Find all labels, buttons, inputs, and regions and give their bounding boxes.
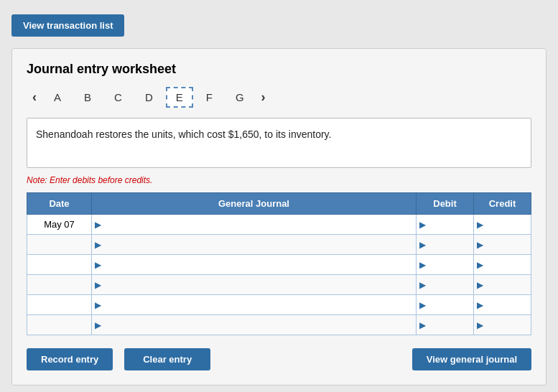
tab-F[interactable]: F (196, 87, 223, 108)
date-cell-5 (27, 295, 92, 315)
table-row: May 07 ▶ ▶ ▶ (27, 215, 531, 235)
debit-cell-1[interactable]: ▶ (417, 215, 474, 235)
credit-input-4[interactable] (474, 275, 531, 294)
debit-cell-2[interactable]: ▶ (417, 235, 474, 255)
debit-input-2[interactable] (417, 235, 473, 254)
date-cell-4 (27, 275, 92, 295)
journal-cell-5[interactable]: ▶ (92, 295, 417, 315)
journal-cell-1[interactable]: ▶ (92, 215, 417, 235)
tab-G[interactable]: G (225, 87, 254, 108)
debit-input-4[interactable] (417, 275, 473, 294)
table-row: ▶ ▶ ▶ (27, 315, 531, 335)
view-general-journal-button[interactable]: View general journal (412, 348, 531, 370)
tab-D[interactable]: D (135, 87, 163, 108)
date-cell-2 (27, 235, 92, 255)
credit-cell-5[interactable]: ▶ (474, 295, 531, 315)
credit-input-6[interactable] (474, 315, 531, 335)
clear-entry-button[interactable]: Clear entry (124, 348, 210, 370)
table-row: ▶ ▶ ▶ (27, 275, 531, 295)
header-debit: Debit (417, 193, 474, 215)
journal-cell-3[interactable]: ▶ (92, 255, 417, 275)
table-row: ▶ ▶ ▶ (27, 235, 531, 255)
credit-input-3[interactable] (474, 255, 531, 274)
view-transaction-button[interactable]: View transaction list (11, 14, 124, 37)
tab-C[interactable]: C (104, 87, 132, 108)
tab-E[interactable]: E (166, 87, 193, 108)
credit-input-2[interactable] (474, 235, 531, 254)
worksheet-container: Journal entry worksheet ‹ A B C D E F G … (11, 48, 547, 386)
debit-cell-6[interactable]: ▶ (417, 315, 474, 335)
debit-input-5[interactable] (417, 295, 473, 314)
debit-cell-5[interactable]: ▶ (417, 295, 474, 315)
date-cell-1: May 07 (27, 215, 92, 235)
debit-input-6[interactable] (417, 315, 473, 335)
note-text: Note: Enter debits before credits. (27, 175, 531, 185)
date-cell-6 (27, 315, 92, 335)
journal-cell-6[interactable]: ▶ (92, 315, 417, 335)
credit-cell-3[interactable]: ▶ (474, 255, 531, 275)
credit-cell-2[interactable]: ▶ (474, 235, 531, 255)
prev-tab-arrow[interactable]: ‹ (27, 88, 42, 106)
description-box: Shenandoah restores the units, which cos… (27, 118, 531, 168)
record-entry-button[interactable]: Record entry (27, 348, 113, 370)
journal-input-5[interactable] (92, 295, 416, 314)
journal-input-1[interactable] (92, 215, 416, 234)
journal-input-3[interactable] (92, 255, 416, 274)
credit-cell-1[interactable]: ▶ (474, 215, 531, 235)
worksheet-title: Journal entry worksheet (27, 62, 531, 77)
date-cell-3 (27, 255, 92, 275)
tab-navigation: ‹ A B C D E F G › (27, 87, 531, 108)
debit-cell-3[interactable]: ▶ (417, 255, 474, 275)
header-credit: Credit (474, 193, 531, 215)
table-row: ▶ ▶ ▶ (27, 255, 531, 275)
credit-input-1[interactable] (474, 215, 531, 234)
journal-input-4[interactable] (92, 275, 416, 294)
debit-cell-4[interactable]: ▶ (417, 275, 474, 295)
bottom-actions: Record entry Clear entry View general jo… (27, 348, 531, 370)
table-row: ▶ ▶ ▶ (27, 295, 531, 315)
journal-cell-4[interactable]: ▶ (92, 275, 417, 295)
credit-cell-6[interactable]: ▶ (474, 315, 531, 335)
header-general-journal: General Journal (92, 193, 417, 215)
header-date: Date (27, 193, 92, 215)
next-tab-arrow[interactable]: › (256, 88, 271, 106)
journal-input-6[interactable] (92, 315, 416, 335)
debit-input-3[interactable] (417, 255, 473, 274)
journal-table: Date General Journal Debit Credit May 07… (27, 192, 531, 335)
debit-input-1[interactable] (417, 215, 473, 234)
journal-cell-2[interactable]: ▶ (92, 235, 417, 255)
tab-A[interactable]: A (44, 87, 71, 108)
journal-input-2[interactable] (92, 235, 416, 254)
credit-input-5[interactable] (474, 295, 531, 314)
credit-cell-4[interactable]: ▶ (474, 275, 531, 295)
tab-B[interactable]: B (74, 87, 101, 108)
top-bar: View transaction list (11, 14, 547, 37)
